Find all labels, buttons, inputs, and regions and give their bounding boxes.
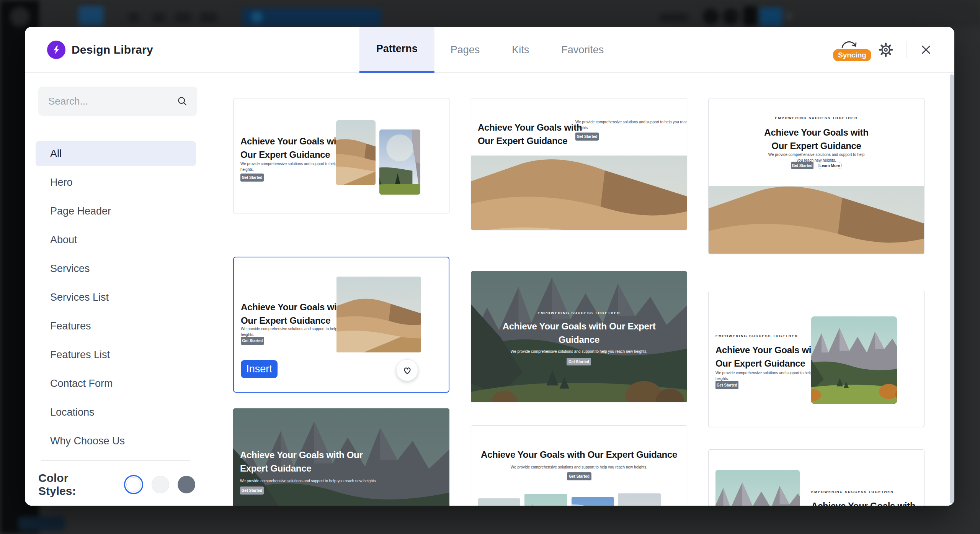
modal-title: Design Library: [72, 43, 153, 56]
color-swatches: [124, 475, 195, 494]
pattern-card-dark-centered[interactable]: EMPOWERING SUCCESS TOGETHER Achieve Your…: [471, 271, 687, 402]
search-icon: [176, 95, 188, 108]
pattern-eyebrow: EMPOWERING SUCCESS TOGETHER: [715, 334, 798, 338]
pattern-body: We provide comprehensive solutions and s…: [240, 478, 377, 484]
mountain-valley-image: [811, 316, 897, 404]
pattern-card-hero-two-images[interactable]: Achieve Your Goals with Our Expert Guida…: [233, 98, 449, 213]
vertical-scrollbar[interactable]: [950, 74, 954, 503]
color-swatch-light[interactable]: [124, 475, 143, 494]
pattern-body: We provide comprehensive solutions and s…: [471, 464, 687, 470]
sidebar-item-services[interactable]: Services: [36, 256, 196, 281]
spectra-logo-icon: [47, 41, 65, 59]
mountain-valley-image: [715, 470, 800, 506]
pattern-heading: Our Expert Guidance: [240, 148, 345, 161]
pattern-cta: Get Started: [567, 472, 591, 480]
search-input[interactable]: [38, 95, 176, 107]
pattern-heading: Expert Guidance: [240, 462, 363, 475]
brand: Design Library: [47, 27, 153, 73]
pattern-heading: Achieve Your Goals with: [715, 343, 820, 357]
pattern-card-split-right-image[interactable]: EMPOWERING SUCCESS TOGETHER Achieve Your…: [708, 291, 924, 427]
sidebar-divider-top: [41, 129, 190, 129]
color-styles-row: Color Styles:: [38, 471, 195, 498]
snow-peak-image: [572, 497, 614, 506]
close-icon: [920, 44, 932, 56]
cliff-image: [618, 493, 661, 506]
pattern-body: We provide comprehensive solutions and s…: [575, 119, 687, 125]
sidebar-item-hero[interactable]: Hero: [36, 170, 196, 195]
color-swatch-gray[interactable]: [152, 476, 169, 493]
pattern-card-selected[interactable]: Achieve Your Goals with Our Expert Guida…: [233, 257, 449, 393]
sidebar-item-page-header[interactable]: Page Header: [36, 198, 196, 224]
pattern-eyebrow: EMPOWERING SUCCESS TOGETHER: [709, 116, 924, 120]
pattern-cta: Get Started: [715, 381, 738, 389]
pattern-eyebrow: EMPOWERING SUCCESS TOGETHER: [811, 490, 894, 494]
pattern-cta: Get Started: [567, 358, 591, 365]
header-divider: [906, 41, 907, 58]
tab-favorites[interactable]: Favorites: [545, 27, 620, 73]
favorite-button[interactable]: [396, 359, 418, 381]
modal-header: Design Library Patterns Pages Kits Favor…: [25, 27, 954, 73]
pattern-heading: Achieve Your Goals with: [241, 300, 345, 314]
sidebar-item-contact-form[interactable]: Contact Form: [36, 371, 196, 396]
sidebar-item-features[interactable]: Features: [36, 313, 196, 339]
desert-image: [471, 156, 687, 230]
desert-image: [336, 120, 376, 185]
sidebar-item-services-list[interactable]: Services List: [36, 285, 196, 310]
tab-pages[interactable]: Pages: [434, 27, 496, 73]
tab-patterns[interactable]: Patterns: [359, 27, 434, 73]
gear-icon: [878, 42, 893, 57]
color-swatch-dark[interactable]: [178, 476, 195, 493]
pattern-body: We provide comprehensive solutions and s…: [709, 152, 924, 157]
close-button[interactable]: [920, 44, 932, 56]
settings-button[interactable]: [878, 42, 893, 57]
design-library-modal: Design Library Patterns Pages Kits Favor…: [25, 27, 954, 506]
sync-control[interactable]: Syncing: [833, 38, 865, 62]
tab-kits[interactable]: Kits: [496, 27, 545, 73]
category-sidebar: All Hero Page Header About Services Serv…: [25, 73, 207, 506]
pattern-heading: Achieve Your Goals with Our Expert: [471, 319, 687, 333]
pattern-cta: Get Started: [241, 337, 264, 345]
pattern-card-header-image[interactable]: Achieve Your Goals with Our Expert Guida…: [471, 98, 687, 230]
header-actions: Syncing: [833, 27, 932, 73]
pattern-heading: Achieve Your Goals with Our Expert Guida…: [471, 448, 687, 461]
search-box: [38, 87, 197, 116]
heart-icon: [402, 365, 413, 376]
pattern-heading: Achieve Your Goals with Our: [240, 448, 363, 462]
sidebar-item-all[interactable]: All: [36, 141, 196, 166]
sidebar-item-locations[interactable]: Locations: [36, 400, 196, 425]
syncing-status-badge: Syncing: [833, 49, 871, 61]
desert-image: [709, 186, 924, 254]
sidebar-item-why-choose-us[interactable]: Why Choose Us: [36, 428, 196, 454]
pattern-card-split-left-image[interactable]: EMPOWERING SUCCESS TOGETHER Achieve Your…: [708, 449, 924, 506]
pattern-card-gallery[interactable]: Achieve Your Goals with Our Expert Guida…: [471, 425, 687, 506]
desert-image: [336, 277, 421, 352]
color-styles-label: Color Styles:: [38, 472, 106, 498]
pattern-card-centered-two-buttons[interactable]: EMPOWERING SUCCESS TOGETHER Achieve Your…: [708, 98, 924, 254]
mountain-valley-image: [379, 129, 420, 195]
pattern-body: heights.: [575, 125, 687, 131]
pattern-cta-secondary: Learn More: [818, 162, 842, 169]
pattern-heading: Achieve Your Goals with: [240, 134, 345, 148]
pattern-heading: Achieve Your Goals with: [811, 500, 915, 506]
tab-bar: Patterns Pages Kits Favorites: [359, 27, 620, 73]
pattern-heading: Our Expert Guidance: [241, 314, 345, 327]
pattern-heading: Our Expert Guidance: [709, 139, 924, 152]
insert-button[interactable]: Insert: [241, 360, 278, 378]
pattern-cta: Get Started: [791, 162, 813, 169]
pattern-body: We provide comprehensive solutions and s…: [471, 349, 687, 354]
pattern-heading: Guidance: [471, 333, 687, 346]
pattern-card-dark-left[interactable]: Achieve Your Goals with Our Expert Guida…: [233, 408, 449, 506]
sidebar-item-features-list[interactable]: Features List: [36, 342, 196, 367]
mountain-valley-image: [524, 494, 567, 506]
pattern-eyebrow: EMPOWERING SUCCESS TOGETHER: [471, 311, 687, 315]
pattern-heading: Achieve Your Goals with: [478, 121, 582, 134]
pattern-heading: Achieve Your Goals with: [709, 126, 924, 139]
patterns-grid: Achieve Your Goals with Our Expert Guida…: [207, 73, 954, 506]
pattern-cta: Get Started: [240, 174, 264, 182]
pattern-heading: Our Expert Guidance: [478, 134, 582, 147]
pattern-heading: Our Expert Guidance: [715, 357, 820, 370]
sidebar-item-about[interactable]: About: [36, 227, 196, 252]
sidebar-divider-bottom: [41, 460, 190, 461]
category-list: All Hero Page Header About Services Serv…: [36, 141, 196, 457]
desert-image: [478, 498, 520, 506]
